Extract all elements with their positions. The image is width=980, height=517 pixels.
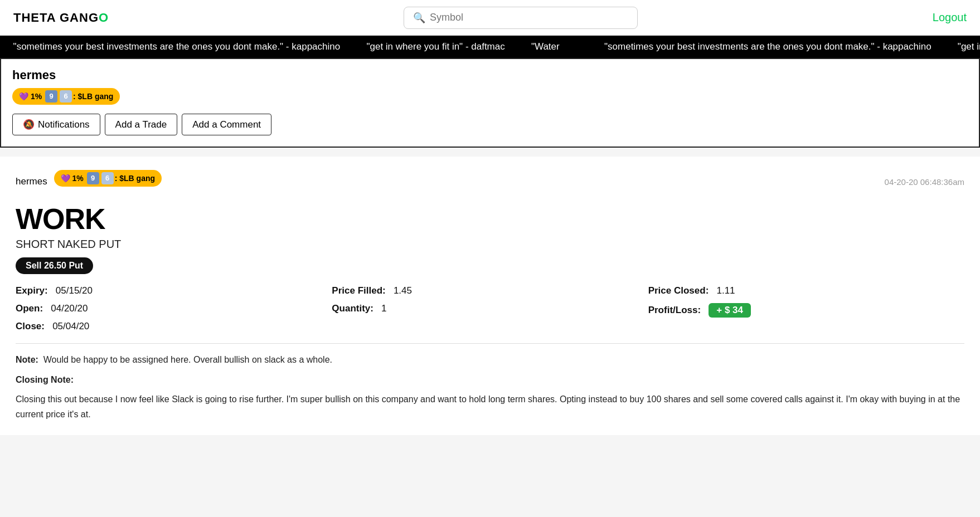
expiry-label: Expiry:: [16, 285, 48, 296]
price-filled-label: Price Filled:: [332, 285, 385, 296]
logout-button[interactable]: Logout: [933, 11, 967, 24]
trade-badge-label: : $LB gang: [115, 174, 155, 183]
divider: [16, 343, 964, 344]
expiry-value: 05/15/20: [56, 285, 93, 296]
notifications-button[interactable]: 🔕 Notifications: [12, 114, 100, 135]
add-comment-button[interactable]: Add a Comment: [182, 114, 271, 135]
ticker-tape: "sometimes your best investments are the…: [0, 36, 980, 58]
price-filled-field: Price Filled: 1.45: [332, 285, 648, 296]
price-closed-label: Price Closed:: [648, 285, 709, 296]
trade-badge-emoji: 💜: [61, 174, 70, 183]
close-value: 05/04/20: [52, 321, 89, 331]
close-field: Close: 05/04/20: [16, 321, 332, 332]
closing-note-text: Closing this out because I now feel like…: [16, 392, 964, 422]
notifications-label: Notifications: [38, 119, 90, 130]
trade-pill: Sell 26.50 Put: [16, 257, 93, 274]
pl-label: Profit/Loss:: [648, 305, 701, 315]
main-content: hermes 💜 1% 9 6 : $LB gang 04-20-20 06:4…: [0, 157, 980, 435]
search-bar[interactable]: 🔍: [404, 7, 638, 29]
open-value: 04/20/20: [51, 303, 88, 314]
trade-col-2: Price Filled: 1.45 Quantity: 1: [332, 285, 648, 332]
profile-badge: 💜 1% 9 6 : $LB gang: [12, 88, 120, 105]
trade-post-header: hermes 💜 1% 9 6 : $LB gang 04-20-20 06:4…: [16, 170, 964, 193]
closing-note-section: Closing Note:: [16, 373, 964, 387]
expiry-field: Expiry: 05/15/20: [16, 285, 332, 296]
trade-col-1: Expiry: 05/15/20 Open: 04/20/20 Close: 0…: [16, 285, 332, 332]
search-icon: 🔍: [413, 12, 425, 24]
open-field: Open: 04/20/20: [16, 303, 332, 314]
open-label: Open:: [16, 303, 43, 314]
notification-icon: 🔕: [23, 119, 35, 130]
trade-grid: Expiry: 05/15/20 Open: 04/20/20 Close: 0…: [16, 285, 964, 332]
price-closed-value: 1.11: [716, 285, 735, 296]
trade-ticker: WORK: [16, 202, 964, 236]
quantity-label: Quantity:: [332, 303, 373, 314]
price-closed-field: Price Closed: 1.11: [648, 285, 964, 296]
trade-col-3: Price Closed: 1.11 Profit/Loss: + $ 34: [648, 285, 964, 332]
trade-user: hermes 💜 1% 9 6 : $LB gang: [16, 170, 162, 193]
quantity-field: Quantity: 1: [332, 303, 648, 314]
trade-badge-pct: 1%: [72, 174, 84, 183]
note-label: Note:: [16, 355, 38, 364]
profile-actions: 🔕 Notifications Add a Trade Add a Commen…: [12, 114, 968, 135]
add-trade-button[interactable]: Add a Trade: [105, 114, 178, 135]
add-comment-label: Add a Comment: [192, 119, 261, 130]
trade-badge-num2: 6: [101, 172, 114, 184]
pl-badge: + $ 34: [709, 303, 751, 318]
trade-timestamp: 04-20-20 06:48:36am: [885, 177, 964, 187]
logo: THETA GANGO: [13, 11, 109, 25]
quantity-value: 1: [381, 303, 386, 314]
pl-field: Profit/Loss: + $ 34: [648, 303, 964, 318]
trade-strategy: SHORT NAKED PUT: [16, 238, 964, 251]
close-label: Close:: [16, 321, 45, 331]
trade-username: hermes: [16, 176, 47, 187]
main-header: THETA GANGO 🔍 Logout: [0, 0, 980, 36]
badge-pct: 1%: [31, 92, 42, 101]
trade-badge: 💜 1% 9 6 : $LB gang: [54, 170, 162, 187]
ticker-tape-inner: "sometimes your best investments are the…: [0, 41, 980, 52]
badge-num1: 9: [45, 90, 57, 103]
add-trade-label: Add a Trade: [115, 119, 167, 130]
search-input[interactable]: [430, 12, 628, 23]
profile-name: hermes: [12, 68, 968, 82]
price-filled-value: 1.45: [394, 285, 412, 296]
ticker-item-1: "sometimes your best investments are the…: [0, 41, 589, 52]
note-section: Note: Would be happy to be assigned here…: [16, 353, 964, 367]
trade-badge-num1: 9: [87, 172, 99, 184]
ticker-item-repeat: "sometimes your best investments are the…: [591, 41, 980, 52]
note-text: Would be happy to be assigned here. Over…: [43, 355, 332, 364]
badge-label: : $LB gang: [73, 92, 113, 101]
closing-note-label: Closing Note:: [16, 375, 74, 384]
badge-num2: 6: [60, 90, 72, 103]
badge-emoji: 💜: [19, 92, 28, 101]
profile-card: hermes 💜 1% 9 6 : $LB gang 🔕 Notificatio…: [0, 58, 980, 148]
